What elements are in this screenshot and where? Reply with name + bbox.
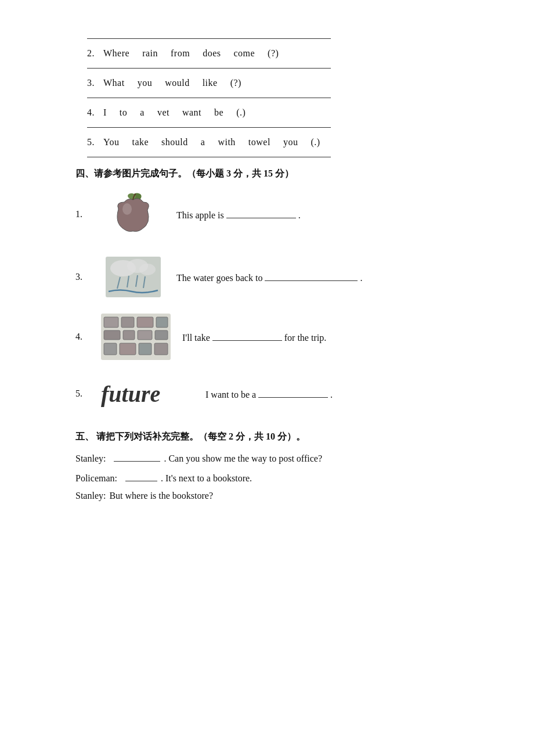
blank-5[interactable] [258,387,328,398]
section4: 四、请参考图片完成句子。（每小题 3 分，共 15 分） 1. This app… [75,168,488,417]
word-to: to [120,107,127,118]
luggage-svg [101,314,171,359]
word-from: from [171,48,190,59]
word-would: would [165,78,190,88]
word-take: take [132,137,149,147]
picture-item-5: 5. future I want to be a . [75,370,488,417]
word-period5: (.) [311,137,320,147]
item-num-4: 4. [87,107,103,118]
svg-rect-17 [138,330,152,340]
word-you5: You [103,137,119,147]
picture-item-1: 1. This apple is . [75,188,488,240]
word-does: does [203,48,221,59]
svg-rect-15 [104,330,120,340]
blank-stanley-1[interactable] [114,451,160,462]
policeman-text: . It's next to a bookstore. [161,473,252,484]
blank-4[interactable] [212,330,282,341]
word-be: be [214,107,223,118]
sentence-1-after: . [298,210,301,221]
scramble-words-2: Where rain from does come (?) [103,48,279,59]
speaker-policeman: Policeman: [75,473,122,484]
blank-3[interactable] [265,271,358,281]
word-where: Where [103,48,129,59]
sentence-4-before: I'll take [182,333,210,343]
word-should: should [161,137,188,147]
svg-rect-11 [104,317,118,327]
pic-num-3: 3. [75,272,89,282]
sentence-3-after: . [360,273,362,283]
svg-rect-21 [139,343,151,355]
section5: 五、 请把下列对话补充完整。（每空 2 分，共 10 分）。 Stanley: … [75,431,488,501]
scramble-words-5: You take should a with towel you (.) [103,137,320,147]
sentence-5-before: I want to be a [205,390,256,400]
scramble-item-3: 3. What you would like (?) [75,72,488,94]
divider-5 [87,157,331,157]
picture-item-4: 4. I'll take [75,314,488,360]
item-num-3: 3. [87,78,103,88]
section4-heading: 四、请参考图片完成句子。（每小题 3 分，共 15 分） [75,168,488,180]
word-what: What [103,78,125,88]
svg-point-2 [122,203,132,215]
speaker-stanley-2: Stanley: [75,491,106,501]
blank-policeman[interactable] [125,471,157,481]
word-you5b: you [283,137,298,147]
sentence-3-before: The water goes back to [176,273,262,283]
word-rain: rain [142,48,158,59]
apple-svg [110,192,156,237]
sentence-5: I want to be a . [205,387,333,400]
svg-rect-20 [120,343,136,355]
pic-num-4: 4. [75,332,89,342]
stanley-text-1: . Can you show me the way to post office… [164,453,322,464]
word-with: with [218,137,235,147]
word-q2: (?) [268,48,279,59]
scramble-item-5: 5. You take should a with towel you (.) [75,131,488,153]
word-you: you [138,78,153,88]
word-period4: (.) [236,107,246,118]
section3-scramble: 2. Where rain from does come (?) 3. What… [75,42,488,157]
luggage-image [101,314,171,360]
dialogue-line-3: Stanley: But where is the bookstore? [75,491,488,501]
divider-3 [87,98,331,98]
dialogue-line-2: Policeman: . It's next to a bookstore. [75,471,488,484]
word-a5: a [201,137,205,147]
sentence-5-after: . [330,390,333,400]
svg-rect-19 [104,343,117,355]
scramble-item-2: 2. Where rain from does come (?) [75,42,488,64]
top-divider [87,38,331,39]
pic-num-1: 1. [75,209,89,219]
scramble-words-3: What you would like (?) [103,78,241,88]
water-svg [106,257,161,297]
picture-item-3: 3. The water goes back to . [75,251,488,303]
svg-rect-12 [121,317,134,327]
word-like: like [203,78,218,88]
divider-2 [87,68,331,69]
svg-rect-13 [137,317,153,327]
sentence-3: The water goes back to . [176,271,362,283]
sentence-4: I'll take for the trip. [182,330,326,343]
svg-rect-14 [156,317,168,327]
divider-4 [87,127,331,128]
svg-rect-18 [155,330,168,340]
sentence-1-before: This apple is [176,210,224,221]
word-towel: towel [248,137,270,147]
sentence-4-after: for the trip. [284,333,326,343]
pic-num-5: 5. [75,388,89,399]
scramble-item-4: 4. I to a vet want be (.) [75,102,488,124]
speaker-stanley-1: Stanley: [75,453,110,464]
sentence-1: This apple is . [176,208,301,221]
stanley-text-2: But where is the bookstore? [109,491,213,501]
word-i: I [103,107,107,118]
word-q3: (?) [230,78,241,88]
svg-rect-22 [154,343,168,355]
blank-1[interactable] [226,208,296,218]
word-vet: vet [157,107,169,118]
item-num-5: 5. [87,137,103,147]
apple-image [101,188,165,240]
item-num-2: 2. [87,48,103,59]
word-a: a [140,107,145,118]
svg-point-6 [139,264,156,275]
scramble-words-4: I to a vet want be (.) [103,107,246,118]
section5-heading: 五、 请把下列对话补充完整。（每空 2 分，共 10 分）。 [75,431,488,443]
svg-rect-16 [123,330,135,340]
water-image [101,251,165,303]
